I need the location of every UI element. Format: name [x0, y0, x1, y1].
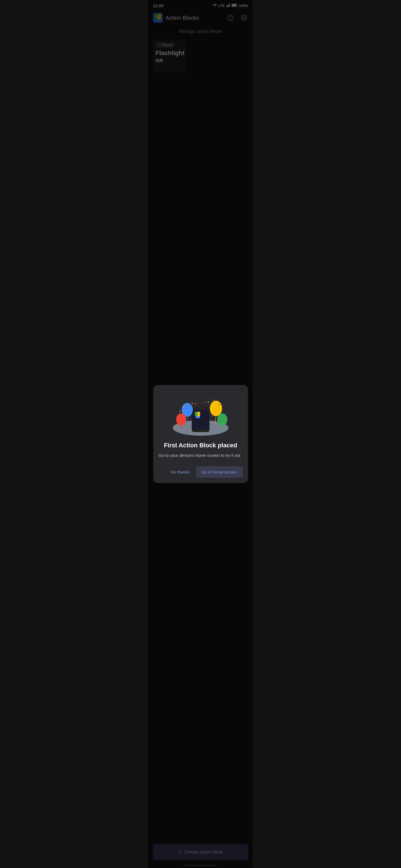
dialog-overlay: First Action Block placed Go to your dev…	[148, 0, 253, 226]
